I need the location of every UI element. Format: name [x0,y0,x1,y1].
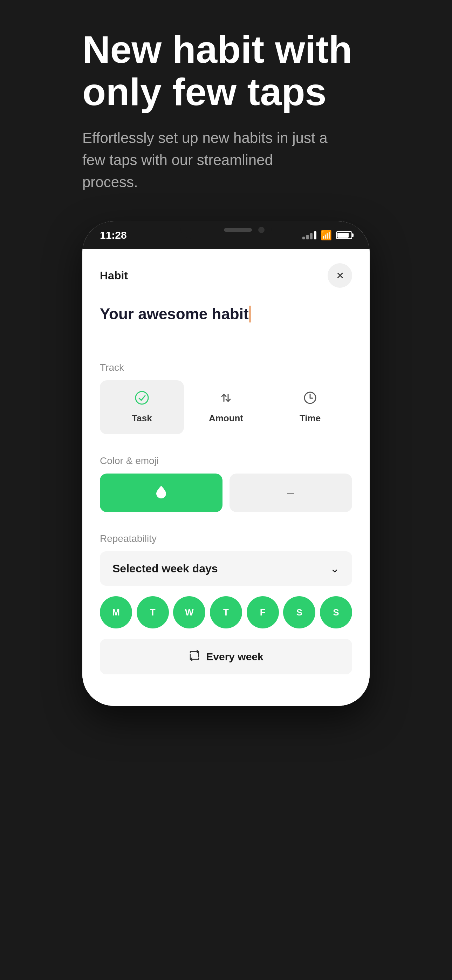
repeat-icon [188,649,201,664]
day-friday-label: F [260,607,266,618]
track-options: Task Amount [100,380,352,434]
color-emoji-section: Color & emoji – [100,455,352,512]
repeatability-label: Repeatability [100,533,352,544]
habit-name-text: Your awesome habit [100,305,249,323]
text-cursor [250,305,250,323]
phone-shell: 11:28 📶 [82,221,370,706]
day-monday[interactable]: M [100,596,132,628]
day-thursday[interactable]: T [210,596,242,628]
task-label: Task [132,413,152,424]
day-thursday-label: T [223,607,229,618]
phone-wrapper: 11:28 📶 [82,221,370,706]
track-label: Track [100,362,352,373]
chevron-down-icon: ⌄ [330,562,339,575]
app-content: Habit ✕ Your awesome habit Track [82,249,370,706]
app-header: Habit ✕ [100,263,352,288]
close-button[interactable]: ✕ [328,263,352,288]
color-emoji-row: – [100,474,352,512]
app-header-title: Habit [100,269,128,282]
battery-icon [336,231,352,239]
notch [180,221,272,239]
hero-subtitle: Effortlessly set up new habits in just a… [82,127,328,193]
hero-section: New habit with only few taps Effortlessl… [68,28,384,193]
track-option-time[interactable]: Time [268,380,352,434]
day-monday-label: M [112,607,120,618]
notch-pill [224,228,252,232]
notch-dot [258,227,264,233]
emoji-button[interactable]: – [229,474,352,512]
amount-label: Amount [209,413,243,424]
status-bar: 11:28 📶 [82,221,370,249]
day-sunday[interactable]: S [320,596,352,628]
svg-point-0 [135,391,148,404]
wifi-icon: 📶 [321,230,332,241]
track-option-task[interactable]: Task [100,380,184,434]
signal-icon [302,231,317,239]
divider-1 [100,348,352,348]
water-drop-icon [153,484,169,502]
day-saturday-label: S [296,607,302,618]
track-option-amount[interactable]: Amount [184,380,268,434]
day-selectors: M T W T F S [100,596,352,628]
repeatability-dropdown[interactable]: Selected week days ⌄ [100,551,352,586]
habit-name-field[interactable]: Your awesome habit [100,305,352,330]
day-wednesday-label: W [185,607,194,618]
color-emoji-label: Color & emoji [100,455,352,466]
battery-fill [337,233,349,238]
amount-icon [219,391,233,408]
day-wednesday[interactable]: W [173,596,205,628]
status-time: 11:28 [100,229,127,241]
day-tuesday[interactable]: T [137,596,169,628]
day-tuesday-label: T [150,607,156,618]
color-button[interactable] [100,474,223,512]
task-icon [135,391,149,408]
day-saturday[interactable]: S [283,596,315,628]
repeatability-section: Repeatability Selected week days ⌄ M T W [100,533,352,675]
status-icons: 📶 [302,230,352,241]
every-week-label: Every week [206,651,263,663]
time-label: Time [299,413,321,424]
day-sunday-label: S [333,607,339,618]
hero-title: New habit with only few taps [82,28,370,113]
every-week-button[interactable]: Every week [100,639,352,675]
selected-week-days-label: Selected week days [113,562,218,575]
day-friday[interactable]: F [247,596,279,628]
time-icon [303,391,317,408]
